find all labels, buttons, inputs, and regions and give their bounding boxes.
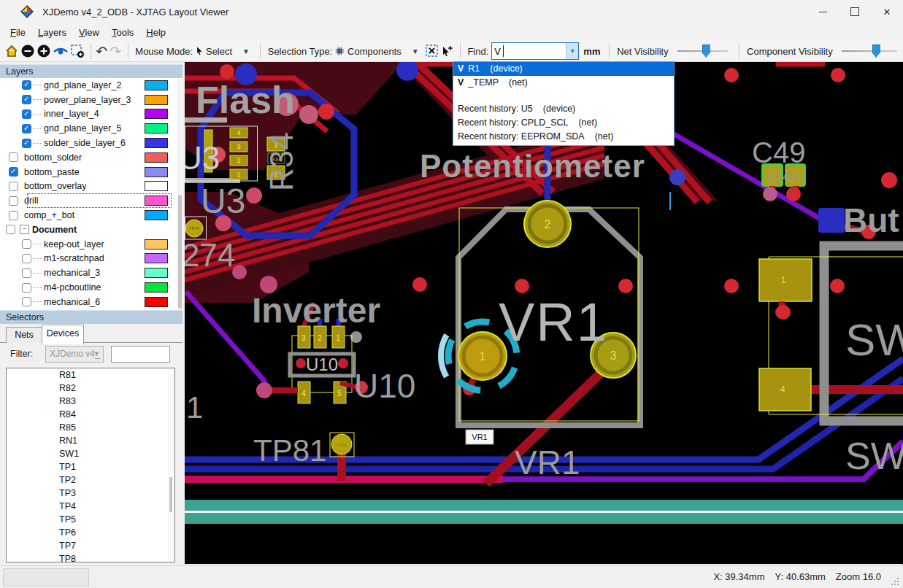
device-list-item-r84[interactable]: R84 (7, 408, 174, 421)
layer-checkbox[interactable] (22, 254, 31, 263)
layer-row-inner_layer_4[interactable]: inner_layer_4 (0, 107, 182, 122)
device-list[interactable]: R81R82R83R84R85RN1SW1TP1TP2TP3TP4TP5TP6T… (6, 368, 175, 562)
layer-color-swatch[interactable] (145, 239, 168, 249)
resize-grip[interactable] (891, 578, 899, 585)
layer-row-gnd_plane_layer_2[interactable]: gnd_plane_layer_2 (0, 78, 182, 93)
layer-color-swatch[interactable] (145, 123, 168, 134)
find-result-r1[interactable]: VR1(device) (453, 62, 674, 76)
layer-row-gnd_plane_layer_5[interactable]: gnd_plane_layer_5 (0, 121, 182, 136)
mouse-mode-value[interactable]: Select (206, 46, 232, 57)
device-list-item-tp8[interactable]: TP8 (7, 552, 174, 562)
layer-checkbox[interactable] (9, 167, 18, 177)
layer-row-drill[interactable]: drill (0, 193, 182, 208)
layer-row-bottom_paste[interactable]: bottom_paste (0, 165, 182, 179)
device-list-item-tp4[interactable]: TP4 (7, 500, 174, 513)
layer-color-swatch[interactable] (145, 138, 168, 148)
device-list-item-tp7[interactable]: TP7 (7, 539, 174, 552)
layer-row-solder_side_layer_6[interactable]: solder_side_layer_6 (0, 136, 182, 150)
find-result-_temp[interactable]: V_TEMP(net) (453, 76, 674, 90)
minimize-button[interactable] (807, 0, 839, 23)
layer-row-m4-pcboutline[interactable]: m4-pcboutline (0, 280, 182, 295)
clear-selection-button[interactable] (425, 42, 439, 60)
selection-type-dropdown-arrow[interactable]: ▼ (412, 47, 419, 55)
zoom-in-button[interactable] (36, 42, 51, 60)
device-list-item-r85[interactable]: R85 (7, 421, 174, 434)
layer-checkbox[interactable] (22, 297, 31, 306)
add-to-selection-button[interactable] (441, 42, 454, 60)
layer-checkbox[interactable] (22, 80, 31, 90)
layer-checkbox[interactable] (22, 268, 31, 278)
device-list-item-tp5[interactable]: TP5 (7, 513, 174, 526)
tab-devices[interactable]: Devices (42, 325, 84, 344)
layer-checkbox[interactable] (9, 182, 18, 191)
mouse-mode-dropdown-arrow[interactable]: ▼ (242, 47, 250, 55)
device-list-item-tp2[interactable]: TP2 (7, 473, 174, 487)
device-list-item-sw1[interactable]: SW1 (7, 447, 174, 460)
component-visibility-thumb[interactable] (872, 45, 880, 58)
layer-color-swatch[interactable] (145, 210, 168, 220)
layer-color-swatch[interactable] (145, 109, 168, 119)
layer-row-bottom_solder[interactable]: bottom_solder (0, 150, 182, 165)
maximize-button[interactable] (839, 0, 871, 23)
layer-row-bottom_overlay[interactable]: bottom_overlay (0, 179, 182, 194)
layer-row-m1-scratchpad[interactable]: m1-scratchpad (0, 252, 182, 266)
device-list-item-rn1[interactable]: RN1 (7, 434, 174, 447)
layer-checkbox[interactable] (22, 109, 31, 119)
device-list-item-r83[interactable]: R83 (7, 395, 174, 408)
layer-color-swatch[interactable] (145, 181, 168, 191)
zoom-selection-button[interactable] (70, 42, 85, 60)
layer-checkbox[interactable] (9, 152, 18, 162)
collapse-icon[interactable]: − (20, 225, 29, 234)
undo-button[interactable]: ↶ (96, 42, 108, 60)
layer-row-Document[interactable]: −Document (0, 223, 182, 237)
filter-text-input[interactable] (111, 346, 170, 363)
net-visibility-thumb[interactable] (702, 45, 710, 58)
find-history-item[interactable]: Recent history: U5(device) (453, 102, 674, 116)
menu-item-view[interactable]: View (79, 26, 106, 39)
layer-checkbox[interactable] (22, 283, 31, 293)
selection-type-value[interactable]: Components (347, 46, 401, 57)
layer-color-swatch[interactable] (145, 167, 168, 177)
filter-combo[interactable]: XJDemo v4_▼ (45, 346, 104, 363)
find-history-item[interactable]: Recent history: EEPROM_SDA(net) (453, 130, 674, 144)
layer-color-swatch[interactable] (145, 152, 168, 163)
layer-color-swatch[interactable] (145, 95, 168, 105)
menu-item-file[interactable]: File (10, 26, 32, 39)
layer-color-swatch[interactable] (145, 268, 168, 278)
layer-checkbox[interactable] (9, 211, 18, 220)
layer-row-keep-out_layer[interactable]: keep-out_layer (0, 237, 182, 252)
show-all-button[interactable] (53, 42, 69, 60)
units-label[interactable]: mm (583, 46, 600, 57)
component-visibility-slider[interactable] (842, 43, 897, 59)
layer-checkbox[interactable] (6, 225, 15, 234)
device-list-item-r81[interactable]: R81 (7, 368, 174, 382)
layer-row-mechanical_3[interactable]: mechanical_3 (0, 266, 182, 280)
device-list-scrollbar[interactable] (168, 369, 174, 561)
layer-checkbox[interactable] (22, 95, 31, 104)
layer-color-swatch[interactable] (145, 282, 168, 293)
layer-color-swatch[interactable] (145, 297, 168, 307)
menu-item-layers[interactable]: Layers (38, 26, 73, 39)
home-button[interactable] (4, 42, 19, 60)
device-list-item-tp3[interactable]: TP3 (7, 487, 174, 500)
device-list-item-tp1[interactable]: TP1 (7, 460, 174, 473)
close-button[interactable]: ✕ (871, 0, 903, 23)
net-visibility-slider[interactable] (677, 43, 729, 59)
layer-checkbox[interactable] (22, 124, 31, 134)
redo-button[interactable]: ↷ (109, 42, 122, 60)
find-dropdown-button[interactable]: ▼ (566, 43, 578, 59)
zoom-out-button[interactable] (20, 42, 35, 60)
device-list-item-tp6[interactable]: TP6 (7, 526, 174, 539)
layer-color-swatch[interactable] (145, 253, 168, 263)
layers-scrollbar[interactable] (177, 78, 183, 310)
device-list-item-r82[interactable]: R82 (7, 382, 174, 395)
find-history-item[interactable]: Recent history: CPLD_SCL(net) (453, 116, 674, 130)
layer-row-comp_+_bot[interactable]: comp_+_bot (0, 208, 182, 223)
tab-nets[interactable]: Nets (6, 327, 42, 343)
menu-item-help[interactable]: Help (146, 26, 172, 39)
layer-checkbox[interactable] (22, 139, 31, 148)
layer-row-mechanical_6[interactable]: mechanical_6 (0, 295, 182, 309)
layer-checkbox[interactable] (9, 196, 18, 206)
layer-row-power_plane_layer_3[interactable]: power_plane_layer_3 (0, 93, 182, 107)
layer-color-swatch[interactable] (145, 80, 168, 90)
